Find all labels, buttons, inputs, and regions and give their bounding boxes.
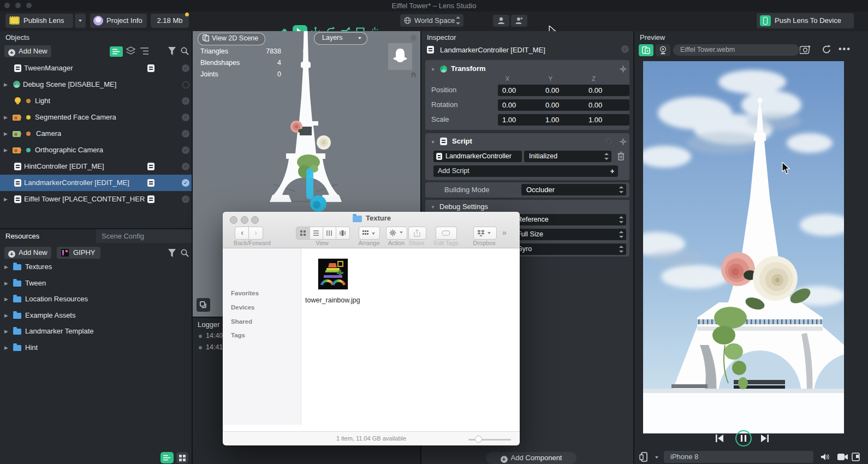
building-mode-dropdown[interactable]: Occluder xyxy=(521,184,626,195)
file-name-label[interactable]: tower_rainbow.jpg xyxy=(305,296,360,304)
expander-icon[interactable] xyxy=(4,126,8,142)
add-component-button[interactable]: +Add Component xyxy=(486,452,576,464)
position-z-input[interactable]: 0.00 xyxy=(584,85,629,96)
space-mode-dropdown[interactable]: World Space xyxy=(400,14,463,27)
resource-folder-tween[interactable]: Tween xyxy=(0,275,192,292)
debug-gyro-dropdown[interactable]: Gyro xyxy=(512,243,626,255)
add-script-plus-button[interactable]: + xyxy=(607,165,618,177)
sidebar-section-shared[interactable]: Shared xyxy=(231,318,252,325)
finder-window[interactable]: Texture ‹ › Back/Forward View xyxy=(223,212,520,445)
expander-icon[interactable] xyxy=(4,142,8,158)
filter-icon[interactable] xyxy=(168,47,176,55)
chevron-down-icon[interactable] xyxy=(655,456,658,459)
search-icon[interactable] xyxy=(181,47,189,55)
tree-row-hintcontroller[interactable]: HintController [EDIT_ME] xyxy=(0,158,192,175)
reset-preview-icon[interactable] xyxy=(822,45,831,55)
toolbar-overflow-icon[interactable]: » xyxy=(502,228,507,237)
tree-row-orthographic-camera[interactable]: Orthographic Camera xyxy=(0,142,192,158)
enabled-checkbox[interactable] xyxy=(182,179,189,187)
layers-view-icon[interactable] xyxy=(126,46,135,56)
video-camera-icon[interactable] xyxy=(837,454,848,460)
sidebar-section-devices[interactable]: Devices xyxy=(231,304,254,311)
trash-icon[interactable] xyxy=(617,152,625,160)
forward-button[interactable]: › xyxy=(248,227,263,240)
tree-row-landmarkercontroller-selected[interactable]: LandmarkerController [EDIT_ME] xyxy=(0,175,192,191)
finder-content[interactable]: tower_rainbow.jpg xyxy=(301,248,520,425)
collapse-icon[interactable] xyxy=(431,67,435,72)
tree-row-eiffel-tower[interactable]: Eiffel Tower [PLACE_CONTENT_HER xyxy=(0,191,192,207)
tab-resources-active[interactable]: Resources xyxy=(0,229,96,243)
tree-row-camera[interactable]: Camera xyxy=(0,126,192,142)
gear-icon[interactable] xyxy=(620,138,627,145)
audio-icon[interactable] xyxy=(821,453,829,461)
script-reference-chip[interactable]: LandmarkerController xyxy=(433,151,522,162)
back-button[interactable]: ‹ xyxy=(235,227,249,240)
finder-close-icon[interactable] xyxy=(230,216,237,224)
tree-row-light[interactable]: Light xyxy=(0,93,192,109)
tree-row-debug-scene[interactable]: Debug Scene [DISABLE_ME] xyxy=(0,76,192,93)
camera-flip-icon[interactable] xyxy=(800,45,812,55)
resource-folder-example-assets[interactable]: Example Assets xyxy=(0,307,192,324)
resource-folder-location-resources[interactable]: Location Resources xyxy=(0,291,192,307)
scale-y-input[interactable]: 1.00 xyxy=(541,114,586,126)
file-thumbnail[interactable] xyxy=(318,258,348,290)
scale-z-input[interactable]: 1.00 xyxy=(584,114,629,126)
gear-icon[interactable] xyxy=(620,66,627,73)
collapse-icon[interactable] xyxy=(431,205,435,210)
viewport-home-icon[interactable] xyxy=(410,71,417,78)
skip-start-button[interactable] xyxy=(715,435,724,442)
device-screenshot-icon[interactable] xyxy=(852,453,860,461)
expander-icon[interactable] xyxy=(4,340,8,356)
add-script-field[interactable]: Add Script xyxy=(433,165,609,177)
arrange-button[interactable] xyxy=(359,227,380,240)
coverflow-view-segment[interactable] xyxy=(336,227,349,239)
rotation-z-input[interactable]: 0.00 xyxy=(584,99,629,111)
webcam-mode-button[interactable] xyxy=(656,44,670,56)
rotation-y-input[interactable]: 0.00 xyxy=(541,99,586,111)
tab-scene-config[interactable]: Scene Config xyxy=(102,229,144,243)
list-view-segment[interactable] xyxy=(310,227,323,239)
script-state-dropdown[interactable]: Initialized xyxy=(524,151,611,162)
layers-dropdown[interactable]: Layers xyxy=(314,32,367,45)
list-view-toggle-active[interactable] xyxy=(110,46,123,57)
finder-minimize-icon[interactable] xyxy=(241,216,248,224)
action-button[interactable] xyxy=(386,227,407,240)
dropbox-button[interactable] xyxy=(473,227,497,240)
enabled-checkbox[interactable] xyxy=(182,64,189,72)
view-2d-scene-button[interactable]: View 2D Scene xyxy=(198,33,265,45)
project-info-button[interactable]: Project Info xyxy=(90,14,147,28)
resource-folder-textures[interactable]: Textures xyxy=(0,259,192,275)
enabled-checkbox[interactable] xyxy=(182,146,189,154)
expander-icon[interactable] xyxy=(4,191,8,207)
resources-add-new-button[interactable]: +Add New xyxy=(4,247,51,259)
sidebar-section-favorites[interactable]: Favorites xyxy=(231,290,259,296)
enabled-checkbox[interactable] xyxy=(621,45,629,53)
show-face-toggle-button[interactable] xyxy=(493,15,509,27)
resource-folder-landmarker-template[interactable]: Landmarker Template xyxy=(0,323,192,340)
icon-view-segment-active[interactable] xyxy=(296,227,310,239)
enabled-checkbox[interactable] xyxy=(182,130,189,138)
expander-icon[interactable] xyxy=(4,307,8,324)
show-body-toggle-button[interactable] xyxy=(511,15,527,27)
view-switcher[interactable] xyxy=(296,227,350,240)
preview-source-field[interactable]: Eiffel Tower.webm xyxy=(673,44,799,56)
skip-end-button[interactable] xyxy=(760,435,769,442)
resource-folder-hint[interactable]: Hint xyxy=(0,340,192,356)
position-x-input[interactable]: 0.00 xyxy=(498,85,543,96)
tree-view-icon[interactable] xyxy=(140,46,149,56)
publish-options-button[interactable] xyxy=(75,14,86,28)
expander-icon[interactable] xyxy=(4,323,8,340)
snapcode-ghost-tile[interactable] xyxy=(388,43,412,70)
debug-full-size-dropdown[interactable]: Full Size xyxy=(512,229,626,240)
enabled-checkbox[interactable] xyxy=(182,81,189,88)
giphy-button[interactable]: GIPHY xyxy=(57,247,100,259)
enabled-checkbox[interactable] xyxy=(605,138,612,145)
slider-knob[interactable] xyxy=(475,436,482,443)
scale-x-input[interactable]: 1.00 xyxy=(498,114,543,126)
enabled-checkbox[interactable] xyxy=(182,195,189,203)
device-field[interactable]: iPhone 8 xyxy=(664,451,813,463)
enabled-checkbox[interactable] xyxy=(182,97,189,105)
resources-grid-view-button[interactable] xyxy=(176,452,188,463)
expander-icon[interactable] xyxy=(4,291,8,307)
expander-icon[interactable] xyxy=(4,259,8,275)
